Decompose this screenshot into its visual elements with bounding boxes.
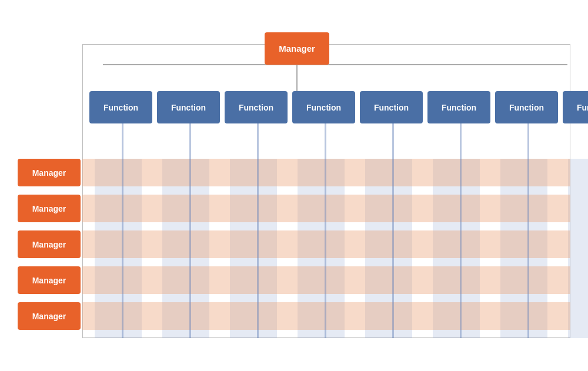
canvas: Manager FunctionFunctionFunctionFunction… <box>0 0 588 371</box>
matrix-area <box>82 159 570 338</box>
row-band-4 <box>82 302 570 330</box>
manager-box-0: Manager <box>18 159 81 186</box>
manager-box-2: Manager <box>18 230 81 258</box>
function-box-5: Function <box>427 91 490 123</box>
manager-box-4: Manager <box>18 302 81 330</box>
function-box-4: Function <box>360 91 423 123</box>
manager-box-3: Manager <box>18 266 81 294</box>
managers-column: ManagerManagerManagerManagerManager <box>18 159 81 330</box>
function-box-6: Function <box>495 91 558 123</box>
function-box-0: Function <box>89 91 152 123</box>
top-manager-label: Manager <box>279 44 315 54</box>
col-band-7 <box>568 159 588 338</box>
top-horizontal-line <box>103 64 567 65</box>
manager-vertical-line <box>296 64 298 93</box>
row-band-3 <box>82 266 570 294</box>
function-box-7: Function <box>563 91 588 123</box>
manager-box-1: Manager <box>18 195 81 222</box>
row-band-1 <box>82 195 570 222</box>
row-band-2 <box>82 230 570 258</box>
functions-row: FunctionFunctionFunctionFunctionFunction… <box>87 91 563 123</box>
top-manager-box: Manager <box>265 32 329 65</box>
function-box-2: Function <box>225 91 288 123</box>
function-box-1: Function <box>157 91 220 123</box>
function-box-3: Function <box>292 91 355 123</box>
row-band-0 <box>82 159 570 186</box>
